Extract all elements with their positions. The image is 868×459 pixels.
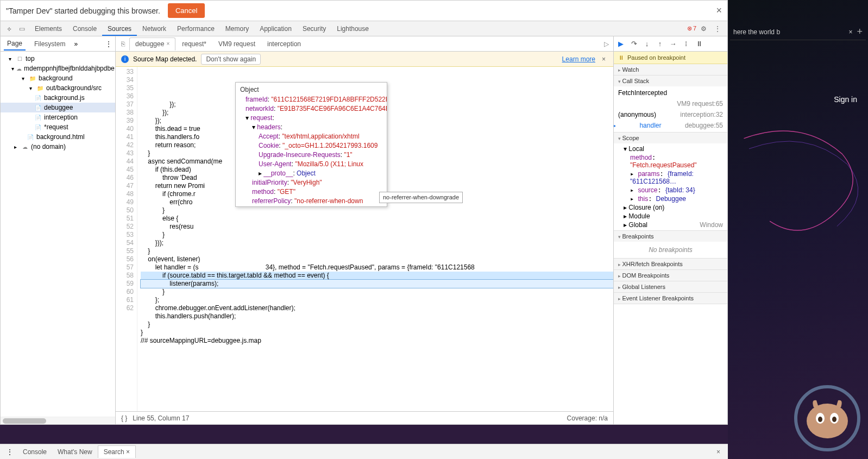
code-editor[interactable]: 33 34 35 36 37 38 39 40 41 42 43 44 45 4… xyxy=(116,67,613,411)
run-snippet-icon[interactable]: ▷ xyxy=(602,40,611,48)
code-line[interactable]: //# sourceMappingURL=debuggee.js.map xyxy=(141,337,613,345)
toggle-nav-icon[interactable]: ⎘ xyxy=(118,40,128,48)
tab-performance[interactable]: Performance xyxy=(172,22,220,36)
tab-application[interactable]: Application xyxy=(254,22,297,36)
new-tab-icon[interactable]: + xyxy=(857,26,863,37)
tree-node[interactable]: ▾☁mdemppnhjflbejfbnlddahjbpdbe xyxy=(1,64,115,73)
scope-row[interactable]: ▸ Closure (on) xyxy=(614,203,727,212)
browser-tab[interactable]: here the world b × + xyxy=(730,24,866,40)
object-row[interactable]: ▸ __proto__: Object xyxy=(238,169,385,178)
code-line[interactable]: if (source.tabId == this.target.tabId &&… xyxy=(141,272,613,280)
line-gutter[interactable]: 33 34 35 36 37 38 39 40 41 42 43 44 45 4… xyxy=(116,67,137,411)
object-row[interactable]: frameId: "611C121568E7219FD1A8BFFF2D522B xyxy=(238,95,385,104)
tab-elements[interactable]: Elements xyxy=(29,22,67,36)
object-row[interactable]: ▾ request: xyxy=(238,114,385,123)
tree-node[interactable]: 📄interception xyxy=(1,112,115,122)
tab-network[interactable]: Network xyxy=(137,22,172,36)
close-icon[interactable]: × xyxy=(712,448,725,456)
code-line[interactable]: })); xyxy=(141,239,613,247)
dom-bp-section[interactable]: DOM Breakpoints xyxy=(614,270,727,281)
drawer-tab[interactable]: What's New xyxy=(52,446,98,458)
object-row[interactable]: Accept: "text/html,application/xhtml xyxy=(238,132,385,141)
scope-section[interactable]: Scope ▾ Localmethod: "Fetch.requestPause… xyxy=(614,133,727,231)
callstack-frame[interactable]: FetchIntercepted xyxy=(614,87,727,98)
code-line[interactable]: } xyxy=(141,247,613,255)
tab-security[interactable]: Security xyxy=(297,22,331,36)
callstack-frame[interactable]: (anonymous)interception:32 xyxy=(614,109,727,120)
file-tab[interactable]: interception xyxy=(262,38,306,50)
code-line[interactable]: this.handlers.push(handler); xyxy=(141,312,613,320)
step-icon[interactable]: → xyxy=(668,39,678,49)
code-line[interactable]: } xyxy=(141,288,613,296)
object-row[interactable]: method: "GET" xyxy=(238,187,385,197)
more-icon[interactable]: ⋮ xyxy=(711,23,724,35)
step-out-icon[interactable]: ↑ xyxy=(655,39,665,49)
error-count[interactable]: 7 xyxy=(687,25,696,32)
close-icon[interactable]: × xyxy=(716,5,722,16)
event-bp-section[interactable]: Event Listener Breakpoints xyxy=(614,293,727,304)
deactivate-bp-icon[interactable]: ⁞ xyxy=(681,39,691,49)
step-over-icon[interactable]: ↷ xyxy=(629,39,639,49)
learn-more-link[interactable]: Learn more xyxy=(562,55,595,63)
code-line[interactable]: on(event, listener) xyxy=(141,255,613,263)
overflow-icon[interactable]: » xyxy=(74,40,78,48)
resume-icon[interactable]: ▶ xyxy=(616,39,626,49)
callstack-frame[interactable]: VM9 request:65 xyxy=(614,98,727,109)
tab-close-icon[interactable]: × xyxy=(848,28,852,36)
code-line[interactable]: chrome.debugger.onEvent.addListener(hand… xyxy=(141,304,613,312)
scope-row[interactable]: method: "Fetch.requestPaused" xyxy=(614,153,727,169)
object-row[interactable]: User-Agent: "Mozilla/5.0 (X11; Linux xyxy=(238,160,385,169)
step-into-icon[interactable]: ↓ xyxy=(642,39,652,49)
tree-node[interactable]: ▾☐top xyxy=(1,54,115,64)
code-line[interactable]: } xyxy=(141,329,613,337)
cancel-button[interactable]: Cancel xyxy=(168,3,205,18)
tree-node[interactable]: ▸☁(no domain) xyxy=(1,142,115,152)
scope-row[interactable]: ▸ params: {frameId: "611C121568… xyxy=(614,169,727,186)
breakpoints-section[interactable]: Breakpoints No breakpoints xyxy=(614,231,727,259)
callstack-section[interactable]: Call Stack FetchInterceptedVM9 request:6… xyxy=(614,76,727,133)
object-row[interactable]: Upgrade-Insecure-Requests: "1" xyxy=(238,150,385,160)
object-row[interactable]: Cookie: "_octo=GH1.1.2054217993.1609 xyxy=(238,141,385,150)
file-tab[interactable]: debuggee × xyxy=(129,37,175,51)
scope-row[interactable]: ▾ Local xyxy=(614,144,727,153)
page-tab[interactable]: Page xyxy=(4,37,26,51)
object-row[interactable]: referrerPolicy: "no-referrer-when-down xyxy=(238,197,385,206)
filesystem-tab[interactable]: Filesystem xyxy=(31,38,68,50)
code-line[interactable]: }; xyxy=(141,296,613,304)
object-row[interactable]: initialPriority: "VeryHigh" xyxy=(238,178,385,187)
code-line[interactable]: else { xyxy=(141,215,613,223)
tab-console[interactable]: Console xyxy=(67,22,102,36)
watch-section[interactable]: Watch xyxy=(614,64,727,76)
pretty-print-icon[interactable]: { } xyxy=(121,414,127,422)
close-icon[interactable]: × xyxy=(126,448,130,456)
scope-row[interactable]: ▸ Module xyxy=(614,212,727,221)
file-tab[interactable]: VM9 request xyxy=(213,38,261,50)
global-listeners-section[interactable]: Global Listeners xyxy=(614,281,727,293)
drawer-tab[interactable]: Console xyxy=(17,446,52,458)
scope-row[interactable]: ▸ GlobalWindow xyxy=(614,221,727,229)
device-icon[interactable]: ▭ xyxy=(16,23,28,35)
inspect-icon[interactable]: ⟡ xyxy=(4,23,15,35)
dont-show-button[interactable]: Don't show again xyxy=(201,54,261,65)
tree-node[interactable]: 📄*request xyxy=(1,122,115,132)
file-tab[interactable]: request* xyxy=(177,38,212,50)
tree-node[interactable]: 📄debuggee xyxy=(1,103,115,112)
pause-exc-icon[interactable]: ⏸ xyxy=(694,39,704,49)
drawer-more-icon[interactable]: ⋮ xyxy=(3,448,16,456)
code-area[interactable]: ObjectframeId: "611C121568E7219FD1A8BFFF… xyxy=(137,67,613,411)
code-line[interactable]: } xyxy=(141,206,613,215)
xhr-bp-section[interactable]: XHR/fetch Breakpoints xyxy=(614,259,727,270)
horizontal-scrollbar[interactable] xyxy=(1,417,115,424)
scope-row[interactable]: ▸ this: Debuggee xyxy=(614,194,727,203)
close-icon[interactable]: × xyxy=(600,55,608,63)
tree-node[interactable]: ▾📁background xyxy=(1,73,115,83)
tree-node[interactable]: 📄background.html xyxy=(1,132,115,142)
code-line[interactable]: } xyxy=(141,320,613,329)
file-tree[interactable]: ▾☐top▾☁mdemppnhjflbejfbnlddahjbpdbe▾📁bac… xyxy=(1,52,115,417)
gear-icon[interactable]: ⚙ xyxy=(697,23,710,35)
code-line[interactable]: res(resu xyxy=(141,223,613,231)
tab-memory[interactable]: Memory xyxy=(220,22,254,36)
object-row[interactable]: url: "https://github.com/" xyxy=(238,206,385,207)
callstack-frame[interactable]: handlerdebuggee:55 xyxy=(614,120,727,131)
object-hover-popup[interactable]: ObjectframeId: "611C121568E7219FD1A8BFFF… xyxy=(235,82,387,207)
